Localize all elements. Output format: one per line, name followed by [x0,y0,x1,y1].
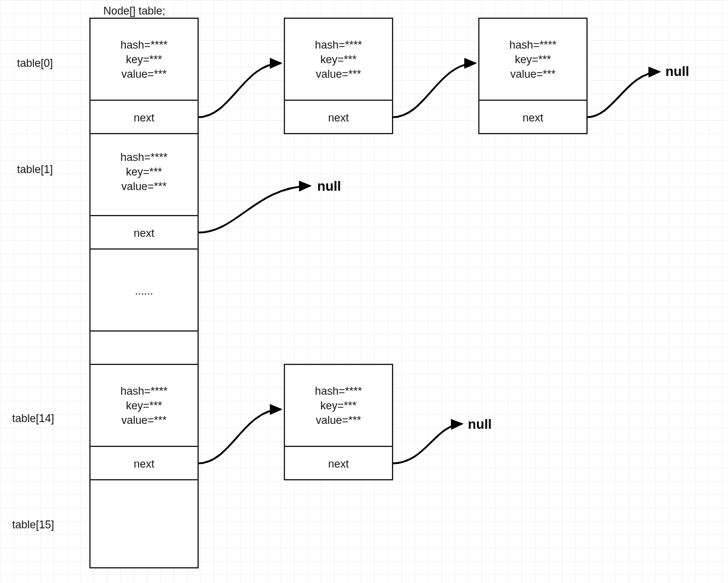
r0b-key: key=*** [515,53,551,66]
label-table-1: table[1] [17,163,53,176]
table1-next: next [134,227,154,239]
table15-body [90,480,198,568]
r14a-hash: hash=**** [315,385,362,397]
arrow-r14a-to-null [393,424,462,463]
table0-key: key=*** [126,53,162,66]
diagram-title: Node[] table; [103,5,165,17]
label-table-14: table[14] [12,412,54,424]
r0a-key: key=*** [320,53,357,66]
r14a-key: key=*** [320,400,357,412]
r0b-next: next [523,112,543,124]
table14-key: key=*** [126,400,162,412]
ellipsis-text: ...... [135,285,153,297]
label-table-0: table[0] [17,57,53,69]
arrow-t14-to-a [198,409,281,463]
arrow-b-to-null [587,72,659,117]
table1-key: key=*** [126,166,162,178]
r0b-hash: hash=**** [509,39,557,51]
r0a-hash: hash=**** [315,39,362,51]
r0a-value: value=*** [316,68,362,80]
null-row0: null [665,64,689,79]
r14a-value: value=*** [316,414,362,426]
label-table-15: table[15] [12,519,54,531]
arrow-t1-to-null [198,186,310,233]
null-row14: null [468,417,492,432]
r0b-value: value=*** [510,68,556,80]
r14a-next: next [328,458,349,470]
null-row1: null [317,179,341,194]
table0-next: next [134,112,154,124]
ellipsis-next-cell [90,331,198,364]
table0-value: value=*** [122,68,167,80]
table1-hash: hash=**** [120,151,168,163]
arrow-t0-to-a [198,63,281,117]
arrow-a-to-b [393,63,475,117]
table14-hash: hash=**** [120,385,168,397]
table14-next: next [134,458,154,470]
r0a-next: next [328,112,349,124]
table14-value: value=*** [122,414,167,426]
table0-hash: hash=**** [120,39,168,51]
table1-value: value=*** [122,180,167,193]
